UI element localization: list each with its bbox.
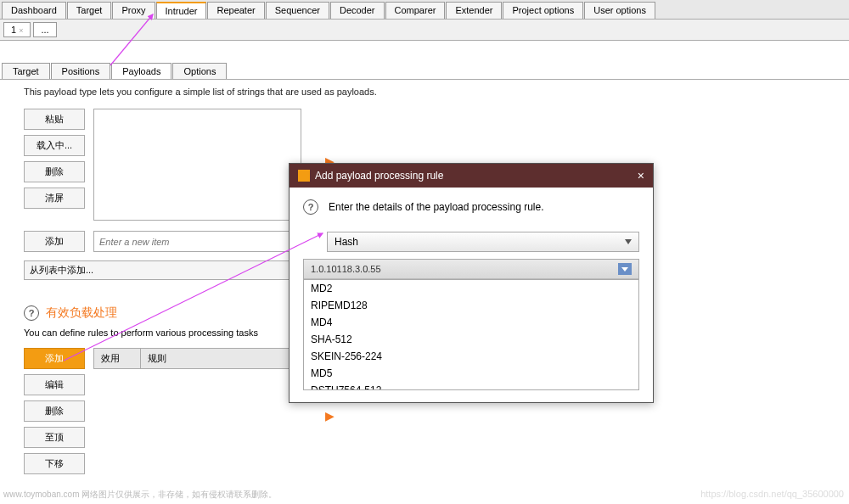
new-item-input[interactable]	[93, 231, 301, 252]
dropdown-label: 从列表中添加...	[30, 264, 93, 277]
tab-intruder[interactable]: Intruder	[156, 2, 207, 19]
dialog-desc: Enter the details of the payload process…	[329, 201, 544, 213]
rule-type-dropdown[interactable]: Hash	[327, 232, 639, 252]
orange-marker-icon: ▶	[325, 409, 335, 423]
app-icon	[298, 170, 310, 182]
tab-extender[interactable]: Extender	[446, 2, 502, 19]
rule-top-button[interactable]: 至顶	[24, 427, 85, 448]
rule-add-button[interactable]: 添加	[24, 348, 85, 369]
rule-down-button[interactable]: 下移	[24, 453, 85, 474]
rule-type-value: Hash	[335, 236, 358, 248]
hash-option[interactable]: MD5	[304, 365, 638, 382]
close-icon[interactable]: ×	[638, 169, 644, 182]
add-rule-dialog: Add payload processing rule × ? Enter th…	[289, 163, 654, 403]
payload-listbox[interactable]	[93, 109, 301, 221]
dialog-title-bar[interactable]: Add payload processing rule ×	[290, 164, 653, 188]
payload-type-desc: This payload type lets you configure a s…	[24, 87, 825, 97]
clear-button[interactable]: 清屏	[24, 188, 85, 209]
inner-tab-target[interactable]: Target	[2, 63, 50, 79]
rule-delete-button[interactable]: 删除	[24, 400, 85, 422]
chevron-down-icon	[625, 239, 632, 244]
instance-tab-bar: 1 × ...	[0, 20, 849, 41]
main-tab-bar: Dashboard Target Proxy Intruder Repeater…	[0, 0, 849, 20]
inner-tab-positions[interactable]: Positions	[51, 63, 111, 79]
tab-sequencer[interactable]: Sequencer	[266, 2, 329, 19]
hash-option[interactable]: RIPEMD128	[304, 297, 638, 314]
hash-option[interactable]: DSTU7564-512	[304, 382, 638, 390]
csdn-watermark: https://blog.csdn.net/qq_35600000	[700, 489, 844, 499]
tab-user-options[interactable]: User options	[584, 2, 655, 19]
tab-repeater[interactable]: Repeater	[207, 2, 264, 19]
rule-edit-button[interactable]: 编辑	[24, 374, 85, 395]
instance-tab-1[interactable]: 1 ×	[3, 22, 31, 37]
hash-selected-value: 1.0.10118.3.0.55	[311, 264, 381, 274]
tab-comparer[interactable]: Comparer	[385, 2, 446, 19]
load-button[interactable]: 载入中...	[24, 135, 85, 156]
hash-option[interactable]: MD4	[304, 314, 638, 331]
help-icon[interactable]: ?	[24, 305, 39, 321]
hash-option[interactable]: MD2	[304, 280, 638, 297]
hash-option[interactable]: SKEIN-256-224	[304, 348, 638, 365]
tab-proxy[interactable]: Proxy	[112, 2, 155, 19]
inner-tab-bar: Target Positions Payloads Options	[0, 61, 849, 80]
chevron-down-icon[interactable]	[618, 263, 632, 275]
dialog-title: Add payload processing rule	[315, 170, 443, 182]
header-enabled[interactable]: 效用	[94, 349, 141, 368]
processing-section-title: 有效负载处理	[46, 305, 117, 321]
hash-options-list[interactable]: MD2 RIPEMD128 MD4 SHA-512 SKEIN-256-224 …	[304, 279, 638, 390]
footer-watermark: www.toymoban.com 网络图片仅供展示，非存储，如有侵权请联系删除。	[3, 489, 277, 501]
hash-algorithm-dropdown[interactable]: 1.0.10118.3.0.55 MD2 RIPEMD128 MD4 SHA-5…	[303, 259, 639, 390]
delete-button[interactable]: 删除	[24, 161, 85, 182]
add-button[interactable]: 添加	[24, 231, 85, 252]
inner-tab-payloads[interactable]: Payloads	[111, 63, 171, 79]
inner-tab-options[interactable]: Options	[172, 63, 227, 79]
instance-tab-new[interactable]: ...	[33, 22, 56, 37]
add-from-list-dropdown[interactable]: 从列表中添加...	[24, 260, 301, 280]
tab-target[interactable]: Target	[67, 2, 112, 19]
hash-option[interactable]: SHA-512	[304, 331, 638, 348]
tab-project-options[interactable]: Project options	[503, 2, 583, 19]
tab-dashboard[interactable]: Dashboard	[2, 2, 66, 19]
help-icon[interactable]: ?	[303, 199, 318, 215]
paste-button[interactable]: 粘贴	[24, 109, 85, 130]
tab-decoder[interactable]: Decoder	[330, 2, 385, 19]
